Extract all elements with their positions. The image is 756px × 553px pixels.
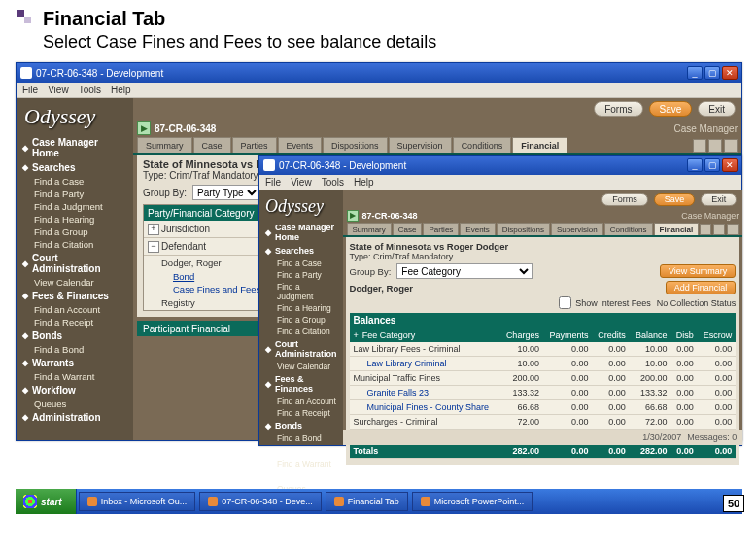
table-row[interactable]: Granite Falls 23133.320.000.00133.320.00…: [350, 386, 737, 400]
forms-button[interactable]: Forms: [601, 193, 648, 206]
play-icon[interactable]: ▶: [137, 121, 151, 135]
menu-file[interactable]: File: [22, 85, 38, 95]
nav-workflow[interactable]: Workflow: [17, 383, 133, 397]
nav-queues[interactable]: Queues: [17, 397, 133, 410]
nav-searches[interactable]: Searches: [259, 244, 343, 258]
nav-fees[interactable]: Fees & Finances: [259, 372, 343, 396]
tab-supervision[interactable]: Supervision: [551, 223, 603, 235]
nav-court-admin[interactable]: Court Administration: [259, 337, 343, 361]
tab-case[interactable]: Case: [393, 223, 423, 235]
menu-tools[interactable]: Tools: [79, 85, 101, 95]
menu-view[interactable]: View: [291, 177, 312, 188]
group-by-select[interactable]: Party Type: [192, 185, 260, 200]
play-icon[interactable]: ▶: [347, 210, 359, 222]
nav-warrants[interactable]: Warrants: [17, 356, 133, 370]
tab-tool-2[interactable]: [708, 139, 722, 153]
taskbar-item-0[interactable]: Inbox - Microsoft Ou...: [79, 492, 196, 511]
nav-find-hearing[interactable]: Find a Hearing: [259, 302, 343, 314]
tab-parties[interactable]: Parties: [423, 223, 459, 235]
col-1[interactable]: Charges: [500, 328, 543, 342]
nav-find-account[interactable]: Find an Account: [259, 396, 343, 407]
menu-help[interactable]: Help: [354, 177, 374, 188]
nav-home[interactable]: Case Manager Home: [17, 135, 133, 160]
nav-home[interactable]: Case Manager Home: [259, 221, 343, 244]
exit-button[interactable]: Exit: [701, 193, 737, 206]
left-nav-front[interactable]: Odyssey Case Manager Home Searches Find …: [259, 190, 343, 445]
nav-searches[interactable]: Searches: [17, 160, 133, 175]
nav-find-judgment[interactable]: Find a Judgment: [259, 281, 343, 302]
tab-strip-front[interactable]: Summary Case Parties Events Dispositions…: [343, 223, 743, 237]
minimize-button[interactable]: _: [687, 158, 703, 172]
tab-dispositions[interactable]: Dispositions: [497, 223, 550, 235]
group-by-select-front[interactable]: Fee Category: [396, 263, 533, 279]
table-row[interactable]: Municipal Traffic Fines200.000.000.00200…: [350, 371, 737, 386]
maximize-button[interactable]: ▢: [704, 158, 720, 172]
menubar-front[interactable]: File View Tools Help: [259, 175, 741, 190]
taskbar-item-1[interactable]: 07-CR-06-348 - Deve...: [199, 492, 322, 511]
save-button[interactable]: Save: [654, 193, 696, 206]
nav-view-calendar[interactable]: View Calendar: [17, 276, 133, 289]
nav-find-warrant[interactable]: Find a Warrant: [17, 370, 133, 383]
nav-workflow[interactable]: Workflow: [259, 469, 343, 483]
col-3[interactable]: Credits: [592, 328, 629, 342]
nav-find-bond[interactable]: Find a Bond: [17, 343, 133, 356]
nav-find-account[interactable]: Find an Account: [17, 303, 133, 316]
start-button[interactable]: start: [16, 489, 77, 514]
col-0[interactable]: +Fee Category: [350, 328, 500, 342]
tab-events[interactable]: Events: [278, 137, 323, 153]
nav-find-citation[interactable]: Find a Citation: [17, 238, 133, 251]
tab-events[interactable]: Events: [460, 223, 495, 235]
nav-warrants[interactable]: Warrants: [259, 444, 343, 458]
nav-find-party[interactable]: Find a Party: [259, 269, 343, 281]
windows-taskbar[interactable]: start Inbox - Microsoft Ou... 07-CR-06-3…: [16, 489, 742, 514]
menu-file[interactable]: File: [265, 177, 281, 188]
col-5[interactable]: Disb: [670, 328, 697, 342]
nav-find-receipt[interactable]: Find a Receipt: [259, 407, 343, 419]
nav-find-receipt[interactable]: Find a Receipt: [17, 316, 133, 328]
nav-bonds[interactable]: Bonds: [259, 419, 343, 432]
nav-find-case[interactable]: Find a Case: [17, 175, 133, 188]
nav-view-calendar[interactable]: View Calendar: [259, 361, 343, 372]
tab-summary[interactable]: Summary: [137, 137, 192, 153]
tab-supervision[interactable]: Supervision: [389, 137, 452, 153]
nav-find-warrant[interactable]: Find a Warrant: [259, 458, 343, 469]
forms-button[interactable]: Forms: [594, 101, 642, 117]
nav-find-party[interactable]: Find a Party: [17, 188, 133, 200]
taskbar-item-2[interactable]: Financial Tab: [326, 492, 408, 511]
nav-bonds[interactable]: Bonds: [17, 328, 133, 343]
tab-tool-1[interactable]: [693, 139, 706, 153]
col-6[interactable]: Escrow: [698, 328, 736, 342]
close-button[interactable]: ✕: [722, 66, 738, 80]
nav-find-judgment[interactable]: Find a Judgment: [17, 200, 133, 213]
tab-dispositions[interactable]: Dispositions: [323, 137, 388, 153]
tab-case[interactable]: Case: [193, 137, 231, 153]
tab-financial[interactable]: Financial: [654, 223, 700, 235]
tab-tool-1[interactable]: [700, 224, 711, 235]
titlebar-back[interactable]: 07-CR-06-348 - Development _ ▢ ✕: [17, 63, 741, 83]
save-button[interactable]: Save: [649, 101, 693, 117]
nav-find-group[interactable]: Find a Group: [17, 225, 133, 238]
nav-admin[interactable]: Administration: [17, 410, 133, 425]
tab-strip-back[interactable]: Summary Case Parties Events Dispositions…: [133, 137, 741, 155]
show-interest-checkbox[interactable]: Show Interest Fees: [559, 296, 651, 309]
exit-button[interactable]: Exit: [698, 101, 736, 117]
tab-tool-3[interactable]: [724, 139, 738, 153]
titlebar-front[interactable]: 07-CR-06-348 - Development _ ▢ ✕: [259, 156, 741, 175]
tab-summary[interactable]: Summary: [347, 223, 392, 235]
view-summary-button[interactable]: View Summary: [660, 264, 736, 278]
tab-financial[interactable]: Financial: [512, 137, 567, 153]
nav-find-citation[interactable]: Find a Citation: [259, 326, 343, 337]
table-row[interactable]: Municipal Fines - County Share66.680.000…: [350, 400, 737, 415]
nav-find-bond[interactable]: Find a Bond: [259, 432, 343, 444]
menu-help[interactable]: Help: [111, 85, 131, 95]
tab-parties[interactable]: Parties: [232, 137, 277, 153]
table-row[interactable]: Law Library Criminal10.000.000.0010.000.…: [350, 357, 737, 371]
menu-view[interactable]: View: [48, 85, 69, 95]
nav-find-group[interactable]: Find a Group: [259, 314, 343, 326]
table-row[interactable]: Law Library Fees - Criminal10.000.000.00…: [350, 342, 737, 357]
col-4[interactable]: Balance: [630, 328, 671, 342]
tab-tool-2[interactable]: [713, 224, 725, 235]
taskbar-item-3[interactable]: Microsoft PowerPoint...: [412, 492, 533, 511]
col-2[interactable]: Payments: [543, 328, 593, 342]
maximize-button[interactable]: ▢: [704, 66, 720, 80]
